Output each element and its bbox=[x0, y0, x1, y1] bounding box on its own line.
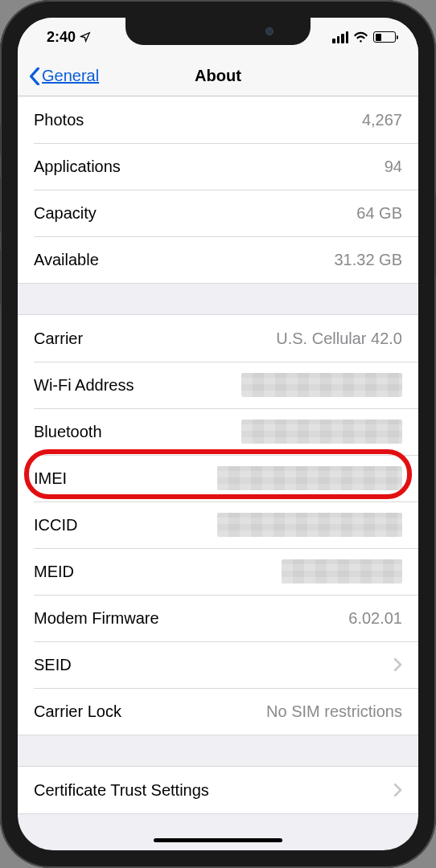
back-button[interactable]: General bbox=[29, 67, 99, 85]
side-button bbox=[0, 177, 1, 233]
redacted-value bbox=[282, 559, 402, 583]
row-bluetooth[interactable]: Bluetooth bbox=[18, 408, 418, 455]
row-label: SEID bbox=[34, 656, 72, 674]
row-value bbox=[217, 513, 402, 537]
row-label: Wi-Fi Address bbox=[34, 376, 134, 395]
chevron-right-icon bbox=[394, 784, 402, 796]
row-imei[interactable]: IMEI bbox=[18, 455, 418, 502]
redacted-value bbox=[241, 420, 402, 444]
row-wifi-address[interactable]: Wi-Fi Address bbox=[18, 362, 418, 408]
content: Photos 4,267 Applications 94 Capacity 64… bbox=[18, 96, 418, 814]
status-time: 2:40 bbox=[47, 29, 91, 46]
row-value: 94 bbox=[385, 158, 402, 176]
section-gap bbox=[18, 735, 418, 766]
wifi-icon bbox=[353, 31, 368, 43]
row-value: U.S. Cellular 42.0 bbox=[276, 330, 402, 348]
row-label: Capacity bbox=[34, 204, 97, 223]
row-label: Modem Firmware bbox=[34, 609, 159, 628]
row-value bbox=[241, 373, 402, 397]
row-carrier-lock[interactable]: Carrier Lock No SIM restrictions bbox=[18, 688, 418, 735]
row-seid[interactable]: SEID bbox=[18, 641, 418, 688]
row-value: 6.02.01 bbox=[348, 609, 402, 628]
row-photos[interactable]: Photos 4,267 bbox=[18, 96, 418, 143]
row-label: Photos bbox=[34, 111, 84, 129]
row-label: IMEI bbox=[34, 469, 67, 488]
row-value bbox=[282, 559, 402, 583]
section-certificates: Certificate Trust Settings bbox=[18, 766, 418, 814]
row-label: Carrier Lock bbox=[34, 702, 121, 721]
row-applications[interactable]: Applications 94 bbox=[18, 143, 418, 190]
battery-fill bbox=[376, 34, 381, 41]
row-value: 64 GB bbox=[356, 204, 402, 223]
row-label: ICCID bbox=[34, 516, 77, 534]
row-label: Applications bbox=[34, 158, 121, 176]
row-iccid[interactable]: ICCID bbox=[18, 502, 418, 548]
status-right bbox=[332, 31, 396, 43]
row-label: MEID bbox=[34, 563, 74, 581]
clock-text: 2:40 bbox=[47, 29, 76, 46]
battery-icon bbox=[373, 31, 396, 43]
section-storage: Photos 4,267 Applications 94 Capacity 64… bbox=[18, 96, 418, 284]
row-carrier[interactable]: Carrier U.S. Cellular 42.0 bbox=[18, 315, 418, 362]
row-value: 4,267 bbox=[362, 111, 402, 129]
row-label: Bluetooth bbox=[34, 423, 102, 441]
redacted-value bbox=[217, 513, 402, 537]
row-label: Certificate Trust Settings bbox=[34, 781, 209, 800]
row-value bbox=[217, 466, 402, 490]
camera-dot bbox=[265, 27, 274, 35]
row-value: No SIM restrictions bbox=[266, 702, 402, 721]
row-label: Available bbox=[34, 251, 99, 269]
location-icon bbox=[80, 31, 91, 43]
row-modem-firmware[interactable]: Modem Firmware 6.02.01 bbox=[18, 595, 418, 641]
chevron-left-icon bbox=[29, 68, 40, 85]
row-value bbox=[241, 420, 402, 444]
home-indicator[interactable] bbox=[154, 838, 282, 842]
section-gap bbox=[18, 284, 418, 314]
phone-frame: 2:40 Gen bbox=[0, 0, 436, 868]
row-meid[interactable]: MEID bbox=[18, 548, 418, 595]
row-value: 31.32 GB bbox=[334, 251, 402, 269]
redacted-value bbox=[241, 373, 402, 397]
row-value bbox=[394, 784, 402, 796]
notch bbox=[125, 18, 311, 45]
row-label: Carrier bbox=[34, 330, 83, 348]
side-button bbox=[0, 249, 1, 305]
screen: 2:40 Gen bbox=[18, 18, 418, 850]
row-value bbox=[394, 658, 402, 671]
back-label: General bbox=[42, 67, 99, 85]
nav-header: General About bbox=[18, 56, 418, 96]
section-identifiers: Carrier U.S. Cellular 42.0 Wi-Fi Address… bbox=[18, 314, 418, 735]
cellular-signal-icon bbox=[332, 31, 348, 43]
side-button bbox=[0, 125, 1, 155]
row-capacity[interactable]: Capacity 64 GB bbox=[18, 190, 418, 236]
row-available[interactable]: Available 31.32 GB bbox=[18, 236, 418, 283]
redacted-value bbox=[217, 466, 402, 490]
row-certificate-trust[interactable]: Certificate Trust Settings bbox=[18, 767, 418, 813]
chevron-right-icon bbox=[394, 658, 402, 671]
